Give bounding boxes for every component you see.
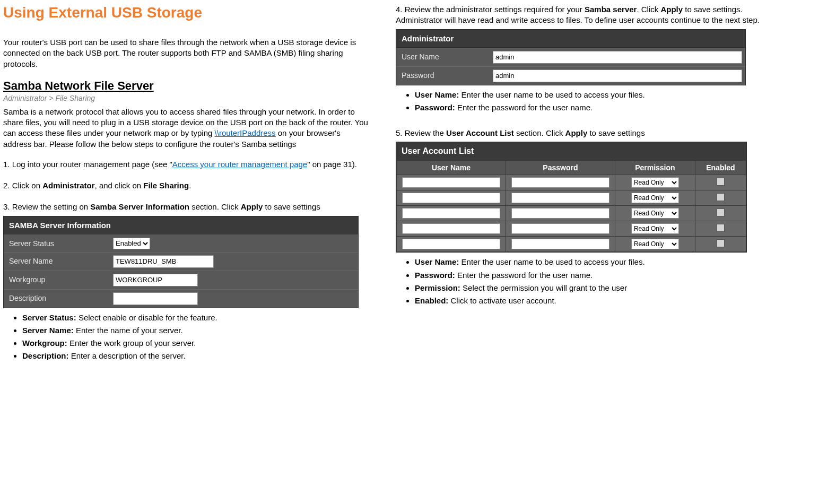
ual-permission-select[interactable]: Read Only — [631, 193, 679, 203]
ual-password-input[interactable] — [511, 239, 609, 249]
workgroup-row: Workgroup — [4, 271, 358, 289]
ual-permission-select[interactable]: Read Only — [631, 208, 679, 219]
bullet-ual-password: Password: Enter the password for the use… — [415, 270, 767, 281]
breadcrumb: Administrator > File Sharing — [3, 94, 369, 102]
server-status-select[interactable]: Enabled — [113, 238, 150, 249]
step3-post: to save settings — [263, 202, 320, 211]
step5-post: to save settings — [587, 128, 645, 137]
step-3: 3. Review the setting on Samba Server In… — [3, 202, 369, 212]
router-ip-link[interactable]: \\routerIPaddress — [215, 128, 276, 137]
step5-b2: Apply — [565, 128, 588, 137]
step2-b1: Administrator — [42, 181, 94, 190]
ual-enabled-checkbox[interactable] — [717, 224, 725, 232]
description-row: Description — [4, 289, 358, 308]
ual-permission-select[interactable]: Read Only — [631, 177, 679, 188]
intro-paragraph: Your router's USB port can be used to sh… — [3, 37, 369, 69]
server-name-row: Server Name — [4, 252, 358, 271]
workgroup-label: Workgroup — [4, 271, 110, 289]
ual-enabled-checkbox[interactable] — [717, 193, 725, 201]
server-status-row: Server Status Enabled — [4, 234, 358, 252]
ual-password-input[interactable] — [511, 193, 609, 203]
ual-permission-select[interactable]: Read Only — [631, 239, 679, 249]
step1-post: " on page 31). — [307, 160, 357, 169]
step5-pre: 5. Review the — [396, 128, 446, 137]
user-account-list-panel: User Account List User Name Password Per… — [396, 142, 747, 253]
ual-username-input[interactable] — [402, 239, 500, 249]
page-title: Using External USB Storage — [3, 4, 369, 21]
bullet-ual-permission: Permission: Select the permission you wi… — [415, 283, 767, 293]
step2-b2: File Sharing — [143, 181, 189, 190]
ual-password-input[interactable] — [511, 223, 609, 234]
admin-bullets: User Name: Enter the user name to be use… — [415, 90, 767, 114]
ual-password-input[interactable] — [511, 177, 609, 188]
table-row: Read Only — [397, 206, 746, 221]
ual-username-input[interactable] — [402, 223, 500, 234]
server-name-input[interactable] — [113, 255, 214, 268]
ual-enabled-checkbox[interactable] — [717, 239, 725, 247]
bullet-description: Description: Enter a description of the … — [22, 351, 369, 361]
samba-server-info-panel: SAMBA Server Information Server Status E… — [3, 216, 359, 308]
step5-mid: section. Click — [514, 128, 565, 137]
table-row: Read Only — [397, 237, 746, 252]
ual-head-permission: Permission — [615, 161, 695, 175]
step3-b2: Apply — [241, 202, 263, 211]
step-4: 4. Review the administrator settings req… — [396, 4, 767, 26]
ual-title: User Account List — [396, 142, 746, 160]
step4-b1: Samba server — [585, 5, 637, 14]
server-status-label: Server Status — [4, 235, 110, 252]
bullet-server-name: Server Name: Enter the name of your serv… — [22, 325, 369, 336]
table-row: Read Only — [397, 190, 746, 206]
table-row: Read Only — [397, 175, 746, 190]
step2-post: . — [189, 181, 191, 190]
samba-paragraph: Samba is a network protocol that allows … — [3, 107, 369, 150]
step-5: 5. Review the User Account List section.… — [396, 128, 767, 138]
access-mgmt-page-link[interactable]: Access your router management page — [172, 160, 307, 169]
description-input[interactable] — [113, 292, 198, 305]
samba-heading: Samba Network File Server — [3, 79, 369, 93]
step1-pre: 1. Log into your router management page … — [3, 160, 172, 169]
ual-password-input[interactable] — [511, 208, 609, 219]
description-label: Description — [4, 290, 110, 308]
ual-bullets: User Name: Enter the user name to be use… — [415, 257, 767, 306]
ual-head-enabled: Enabled — [695, 161, 746, 175]
step-1: 1. Log into your router management page … — [3, 159, 369, 170]
ual-table: User Name Password Permission Enabled Re… — [396, 160, 746, 252]
samba-bullets: Server Status: Select enable or disable … — [22, 312, 369, 362]
step3-mid: section. Click — [189, 202, 241, 211]
ual-permission-select[interactable]: Read Only — [631, 223, 679, 234]
bullet-ual-username: User Name: Enter the user name to be use… — [415, 257, 767, 267]
admin-password-row: Password — [396, 66, 745, 85]
step4-mid: . Click — [637, 5, 660, 14]
admin-username-label: User Name — [396, 48, 490, 66]
server-name-label: Server Name — [4, 253, 110, 271]
step-2: 2. Click on Administrator, and click on … — [3, 180, 369, 191]
bullet-server-status: Server Status: Select enable or disable … — [22, 312, 369, 323]
ual-enabled-checkbox[interactable] — [717, 178, 725, 186]
admin-username-input[interactable] — [493, 51, 742, 64]
admin-username-row: User Name — [396, 48, 745, 66]
samba-panel-title: SAMBA Server Information — [4, 216, 358, 234]
ual-username-input[interactable] — [402, 208, 500, 219]
bullet-ual-enabled: Enabled: Click to activate user account. — [415, 296, 767, 306]
step2-pre: 2. Click on — [3, 181, 42, 190]
table-row: Read Only — [397, 221, 746, 237]
step2-mid: , and click on — [95, 181, 144, 190]
ual-username-input[interactable] — [402, 177, 500, 188]
ual-head-password: Password — [506, 161, 615, 175]
admin-password-label: Password — [396, 67, 490, 85]
admin-panel-title: Administrator — [396, 30, 745, 48]
step3-pre: 3. Review the setting on — [3, 202, 90, 211]
administrator-panel: Administrator User Name Password — [396, 29, 746, 85]
bullet-workgroup: Workgroup: Enter the work group of your … — [22, 338, 369, 349]
admin-password-input[interactable] — [493, 69, 742, 82]
step3-b1: Samba Server Information — [90, 202, 189, 211]
ual-username-input[interactable] — [402, 193, 500, 203]
bullet-admin-password: Password: Enter the password for the use… — [415, 102, 767, 113]
step4-b2: Apply — [660, 5, 683, 14]
step4-pre: 4. Review the administrator settings req… — [396, 5, 585, 14]
step5-b1: User Account List — [446, 128, 514, 137]
ual-enabled-checkbox[interactable] — [717, 208, 725, 216]
bullet-admin-username: User Name: Enter the user name to be use… — [415, 90, 767, 100]
ual-head-username: User Name — [397, 161, 506, 175]
workgroup-input[interactable] — [113, 274, 198, 286]
